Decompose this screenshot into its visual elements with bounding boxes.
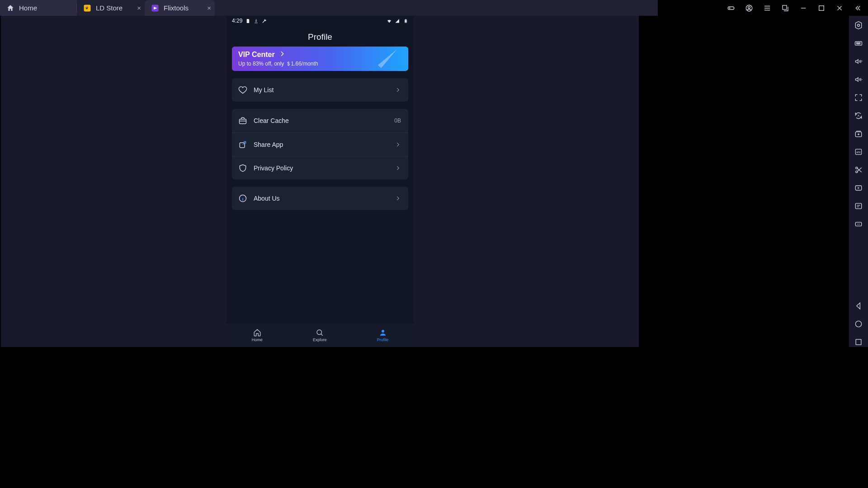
tab-home[interactable]: Home: [0, 0, 77, 16]
bottom-nav: Home Explore Profile: [226, 324, 414, 347]
svg-rect-29: [856, 339, 861, 345]
home-icon: [253, 328, 261, 337]
item-label: About Us: [254, 195, 388, 202]
apk-icon[interactable]: APK: [854, 147, 863, 157]
battery-icon: [403, 18, 408, 23]
card-my-list: My List: [232, 78, 408, 102]
multi-instance-icon[interactable]: [854, 129, 863, 139]
nav-recents-icon[interactable]: [854, 337, 863, 347]
emulator-titlebar-right: [727, 0, 868, 16]
nav-home[interactable]: Home: [252, 328, 263, 342]
svg-text:APK: APK: [856, 151, 861, 154]
emulator-screen-area: 4:29 Profile VIP Center Up to 83% off, o…: [1, 16, 639, 347]
home-icon: [6, 4, 14, 12]
settings-hex-icon[interactable]: [854, 20, 863, 30]
fullscreen-icon[interactable]: [854, 93, 863, 103]
app-screen: 4:29 Profile VIP Center Up to 83% off, o…: [226, 16, 414, 347]
svg-point-7: [858, 24, 860, 27]
page-title: Profile: [226, 26, 414, 47]
gamepad-icon[interactable]: [727, 4, 735, 12]
nav-back-icon[interactable]: [854, 301, 863, 311]
scissors-icon[interactable]: [854, 165, 863, 175]
svg-rect-2: [728, 7, 734, 9]
menu-icon[interactable]: [763, 4, 771, 12]
maximize-icon[interactable]: [817, 4, 826, 12]
info-icon: [238, 194, 247, 203]
more-icon[interactable]: [854, 219, 863, 229]
svg-rect-6: [819, 5, 824, 10]
status-time: 4:29: [232, 18, 242, 24]
profile-content: VIP Center Up to 83% off, only ＄1.66/mon…: [226, 47, 414, 210]
nav-profile[interactable]: Profile: [377, 328, 389, 342]
record-icon[interactable]: [854, 183, 863, 193]
window-close-icon[interactable]: [835, 4, 844, 12]
tab-label: Flixtools: [164, 4, 189, 12]
operation-record-icon[interactable]: [854, 201, 863, 211]
user-icon: [379, 328, 387, 337]
svg-point-25: [857, 224, 858, 225]
svg-point-11: [859, 42, 859, 43]
sync-icon[interactable]: A: [854, 111, 863, 121]
ld-store-icon: [83, 4, 91, 12]
shield-icon: [238, 164, 247, 173]
collapse-sidebar-icon[interactable]: [854, 4, 862, 12]
chevron-right-icon: [395, 165, 401, 171]
close-icon[interactable]: ×: [207, 4, 211, 12]
flixtools-icon: [151, 4, 159, 12]
item-clear-cache[interactable]: Clear Cache 0B: [232, 109, 408, 132]
nav-label: Profile: [377, 338, 389, 342]
close-icon[interactable]: ×: [137, 4, 141, 12]
wrench-icon: [261, 18, 267, 23]
user-circle-icon[interactable]: [745, 4, 753, 12]
chevron-right-icon: [395, 141, 401, 148]
svg-rect-31: [405, 19, 406, 19]
item-privacy-policy[interactable]: Privacy Policy: [232, 156, 408, 179]
chevron-right-icon: [278, 50, 286, 59]
cache-size-value: 0B: [394, 117, 401, 124]
minimize-icon[interactable]: [799, 4, 807, 12]
item-label: Privacy Policy: [254, 164, 388, 172]
svg-point-26: [858, 224, 859, 225]
share-icon: [238, 140, 247, 149]
nav-label: Home: [252, 338, 263, 342]
svg-point-14: [860, 43, 860, 44]
tab-ld-store[interactable]: LD Store ×: [77, 0, 145, 16]
keyboard-icon[interactable]: [854, 38, 863, 48]
svg-point-10: [858, 42, 858, 43]
item-about-us[interactable]: About Us: [232, 187, 408, 210]
svg-point-36: [317, 330, 322, 335]
tab-label: Home: [19, 4, 37, 12]
sd-card-icon: [245, 18, 250, 23]
volume-up-icon[interactable]: [854, 56, 863, 66]
signal-icon: [395, 18, 400, 23]
svg-point-4: [748, 6, 750, 9]
emulator-tab-bar: Home LD Store × Flixtools ×: [0, 0, 658, 16]
svg-rect-5: [783, 5, 787, 9]
item-my-list[interactable]: My List: [232, 78, 408, 102]
nav-home-icon[interactable]: [854, 319, 863, 329]
item-share-app[interactable]: Share App: [232, 132, 408, 156]
wifi-icon: [387, 18, 392, 23]
vip-check-graphic-icon: [368, 47, 400, 71]
emulator-side-toolbar: A APK: [849, 16, 868, 347]
heart-icon: [238, 85, 247, 94]
chevron-right-icon: [395, 87, 401, 93]
svg-rect-23: [855, 203, 861, 209]
briefcase-icon: [238, 116, 247, 125]
svg-rect-15: [858, 43, 859, 44]
card-settings: Clear Cache 0B Share App Privacy Policy: [232, 109, 408, 179]
tab-flixtools[interactable]: Flixtools ×: [145, 0, 215, 16]
card-about: About Us: [232, 187, 408, 210]
popout-icon[interactable]: [781, 4, 789, 12]
download-icon: [253, 18, 259, 23]
nav-explore[interactable]: Explore: [313, 328, 327, 342]
svg-point-13: [856, 43, 857, 44]
svg-point-9: [856, 42, 857, 43]
status-bar: 4:29: [226, 16, 414, 26]
svg-point-37: [382, 330, 384, 333]
svg-point-28: [855, 321, 861, 327]
svg-rect-32: [405, 20, 406, 22]
svg-point-12: [860, 42, 860, 43]
vip-center-banner[interactable]: VIP Center Up to 83% off, only ＄1.66/mon…: [232, 47, 408, 71]
volume-down-icon[interactable]: [854, 75, 863, 84]
